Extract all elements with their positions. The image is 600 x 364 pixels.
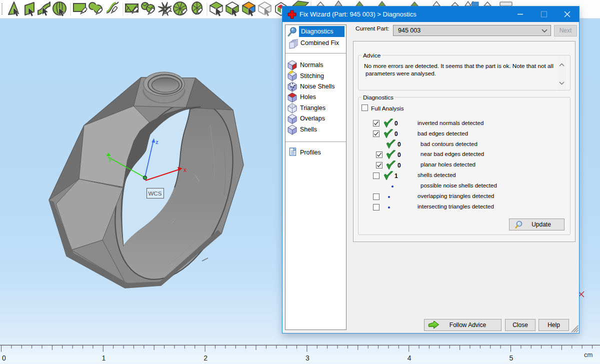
svg-text:5: 5: [510, 354, 514, 362]
svg-text:4: 4: [408, 354, 412, 362]
svg-text:x: x: [184, 166, 186, 174]
svg-text:0: 0: [2, 354, 6, 362]
svg-text:3: 3: [306, 354, 310, 362]
svg-text:y: y: [108, 156, 112, 162]
svg-text:cm: cm: [584, 351, 592, 358]
svg-text:2: 2: [204, 354, 208, 362]
svg-text:z: z: [156, 139, 158, 145]
svg-text:WCS: WCS: [148, 190, 162, 196]
svg-text:1: 1: [102, 354, 106, 362]
